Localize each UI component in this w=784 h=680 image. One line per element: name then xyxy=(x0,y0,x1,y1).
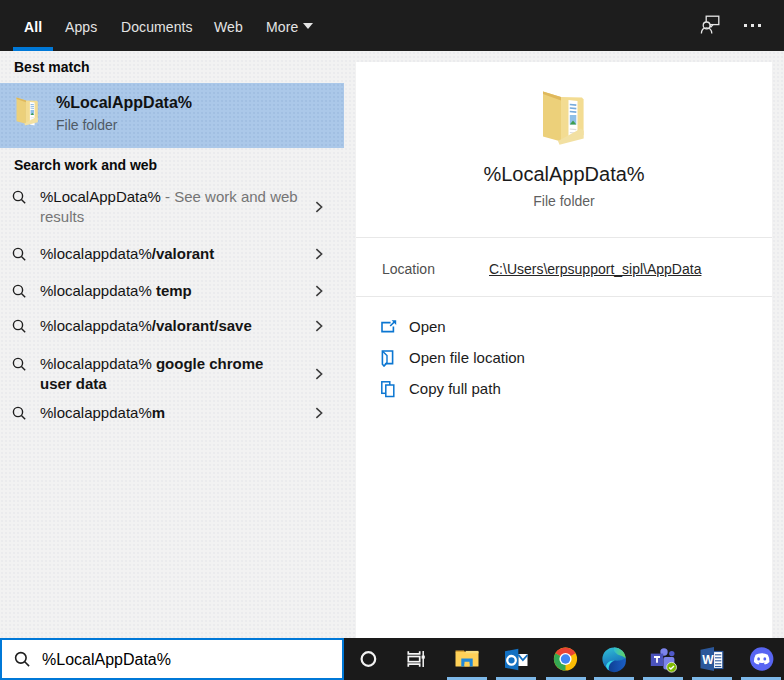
svg-text:W: W xyxy=(702,653,714,667)
